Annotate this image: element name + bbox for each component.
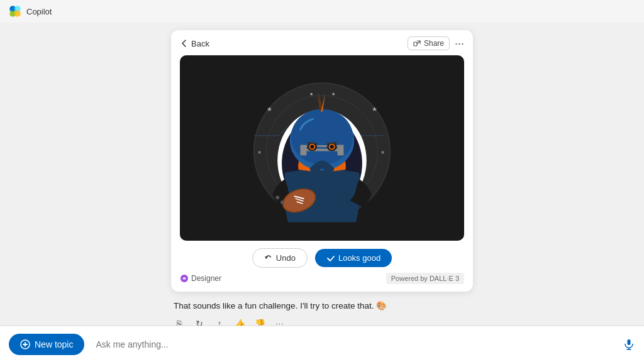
card-header: Back Share ··· [171,30,473,55]
chat-message-text: That sounds like a fun challenge. I'll t… [171,301,389,310]
main-content: Back Share ··· ★ ★ ★ [0,23,644,362]
back-icon [180,39,189,48]
title-bar: Copilot [0,0,644,23]
chat-message: That sounds like a fun challenge. I'll t… [171,297,473,312]
looks-good-label: Looks good [338,253,380,263]
action-buttons: Undo Looks good [171,241,473,272]
new-topic-button[interactable]: New topic [9,334,84,355]
dalle-label: Powered by DALL·E 3 [386,273,464,284]
svg-text:★: ★ [380,150,385,155]
share-label: Share [424,39,444,48]
svg-point-24 [310,145,314,149]
undo-icon [264,254,273,263]
designer-text: Designer [191,274,221,283]
share-button[interactable]: Share [408,36,450,50]
looks-good-button[interactable]: Looks good [315,249,392,267]
svg-point-25 [330,145,334,149]
svg-rect-4 [414,42,417,46]
undo-button[interactable]: Undo [252,248,308,268]
back-button[interactable]: Back [180,39,209,48]
more-options-button[interactable]: ··· [455,38,464,49]
svg-text:★: ★ [267,106,272,112]
svg-point-19 [291,109,353,165]
svg-rect-32 [628,339,631,345]
chat-card: Back Share ··· ★ ★ ★ [171,30,473,292]
card-footer: Designer Powered by DALL·E 3 [171,272,473,284]
designer-icon [180,274,189,283]
designer-label: Designer [180,274,221,283]
generated-image-container: ★ ★ ★ ★ ★ ★ ★ ★ [180,55,464,241]
svg-text:★: ★ [309,92,313,96]
copilot-logo [9,5,21,18]
undo-label: Undo [276,253,296,263]
new-topic-icon [20,339,30,349]
svg-text:★: ★ [331,92,335,96]
share-icon [413,40,421,48]
svg-point-28 [275,195,279,199]
bottom-bar: New topic [0,326,644,362]
microphone-icon [623,338,635,351]
new-topic-label: New topic [35,339,73,349]
checkmark-icon [326,254,335,263]
svg-point-3 [14,11,21,17]
microphone-button[interactable] [623,338,635,351]
svg-point-29 [280,200,284,204]
header-icons: Share ··· [408,36,464,50]
svg-text:★: ★ [257,150,262,155]
fox-football-image: ★ ★ ★ ★ ★ ★ ★ ★ [180,55,464,241]
back-label: Back [191,39,209,48]
app-title: Copilot [26,7,52,16]
svg-text:★: ★ [372,106,377,112]
ask-input[interactable] [91,339,616,349]
